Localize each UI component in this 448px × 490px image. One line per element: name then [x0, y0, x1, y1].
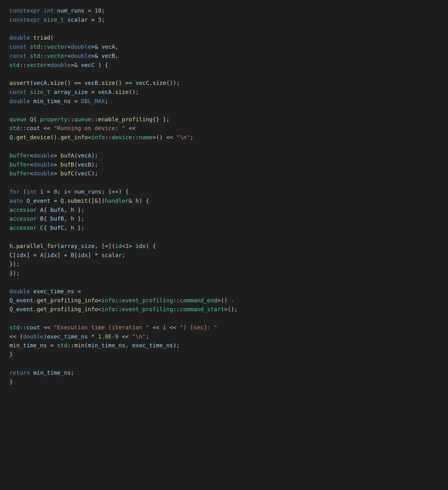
line-11: double min_time_ns = DBL_MAX;: [9, 97, 439, 106]
line-39: }: [9, 350, 439, 359]
line-3: [9, 25, 439, 34]
line-35: [9, 314, 439, 323]
line-40: [9, 359, 439, 368]
line-1: constexpr int num_runs = 10;: [9, 6, 439, 15]
line-17: buffer<double> bufA(vecA);: [9, 151, 439, 160]
line-18: buffer<double> bufB(vecB);: [9, 160, 439, 169]
code-editor: constexpr int num_runs = 10; constexpr s…: [9, 6, 439, 386]
line-42: }: [9, 377, 439, 387]
code-content: constexpr int num_runs = 10; constexpr s…: [9, 6, 439, 386]
line-28: C[idx] = A[idx] + B[idx] * scalar;: [9, 251, 439, 260]
line-26: [9, 233, 439, 242]
line-9: assert(vecA.size() == vecB.size() == vec…: [9, 79, 439, 88]
line-23: accessor A{ bufA, h };: [9, 206, 439, 215]
line-4: double triad(: [9, 33, 439, 42]
line-25: accessor C{ bufC, h };: [9, 223, 439, 233]
line-12: [9, 106, 439, 115]
line-8: [9, 70, 439, 79]
line-2: constexpr size_t scalar = 3;: [9, 15, 439, 25]
line-13: queue Q{ property::queue::enable_profili…: [9, 115, 439, 124]
line-14: std::cout << "Running on device: " <<: [9, 124, 439, 133]
line-22: auto Q_event = Q.submit([&](handler& h) …: [9, 196, 439, 206]
line-31: [9, 278, 439, 287]
line-7: std::vector<double>& vecC ) {: [9, 61, 439, 70]
line-36: std::cout << "Execution time (iteration …: [9, 323, 439, 332]
line-16: [9, 142, 439, 151]
line-33: Q_event.get_profiling_info<info::event_p…: [9, 296, 439, 305]
line-41: return min_time_ns;: [9, 368, 439, 377]
line-29: });: [9, 260, 439, 269]
line-32: double exec_time_ns =: [9, 287, 439, 296]
line-34: Q_event.get_profiling_info<info::event_p…: [9, 305, 439, 314]
line-20: [9, 178, 439, 187]
line-6: const std::vector<double>& vecB,: [9, 52, 439, 61]
line-30: });: [9, 269, 439, 278]
line-24: accessor B{ bufB, h };: [9, 214, 439, 223]
line-10: const size_t array_size = vecA.size();: [9, 88, 439, 97]
line-21: for (int i = 0; i< num_runs; i++) {: [9, 187, 439, 196]
line-38: min_time_ns = std::min(min_time_ns, exec…: [9, 341, 439, 350]
line-15: Q.get_device().get_info<info::device::na…: [9, 133, 439, 142]
line-37: << (double)exec_time_ns * 1.0E-9 << "\n"…: [9, 332, 439, 341]
line-19: buffer<double> bufC(vecC);: [9, 169, 439, 178]
line-27: h.parallel_for(array_size, [=](id<1> idx…: [9, 242, 439, 251]
line-5: const std::vector<double>& vecA,: [9, 42, 439, 52]
